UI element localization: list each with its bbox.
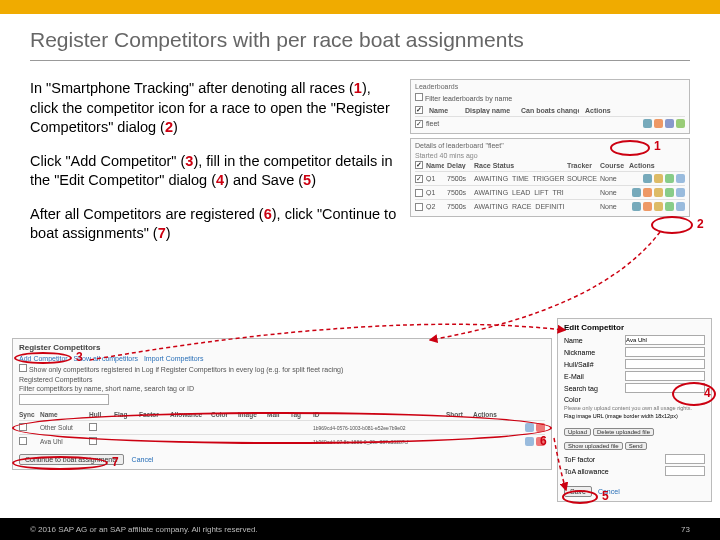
callout-circle-6 <box>12 412 552 444</box>
callout-circle-2 <box>651 216 693 234</box>
paragraph-3: After all Competitors are registered (6)… <box>30 205 400 244</box>
hull-input[interactable] <box>625 359 705 369</box>
copyright: © 2016 SAP AG or an SAP affiliate compan… <box>30 525 258 534</box>
name-input[interactable] <box>625 335 705 345</box>
import-link[interactable]: Import Competitors <box>144 355 204 362</box>
race-row: Q1 7500s AWAITING_TIME_TRIGGER SOURCE No… <box>415 171 685 185</box>
edit-competitor-dialog: Edit Competitor Name Nickname Hull/Sail#… <box>557 318 712 502</box>
paragraph-1: In "Smartphone Tracking" after denoting … <box>30 79 400 138</box>
callout-circle-3 <box>14 352 72 364</box>
callout-circle-7 <box>12 456 108 470</box>
footer: © 2016 SAP AG or an SAP affiliate compan… <box>0 518 720 540</box>
race-row: Q1 7500s AWAITING_LEAD_LIFT_TRIGGER None <box>415 185 685 199</box>
action-icon[interactable] <box>665 119 674 128</box>
cancel-link[interactable]: Cancel <box>132 456 154 463</box>
dialog-title: Register Competitors <box>19 343 545 352</box>
competitor-icon[interactable] <box>643 119 652 128</box>
page-title: Register Competitors with per race boat … <box>30 28 690 52</box>
select-all[interactable] <box>415 106 423 114</box>
tof-input[interactable] <box>665 454 705 464</box>
paragraph-2: Click "Add Competitor" (3), fill in the … <box>30 152 400 191</box>
divider <box>30 60 690 61</box>
email-input[interactable] <box>625 371 705 381</box>
action-icon[interactable] <box>676 119 685 128</box>
callout-circle-1 <box>610 140 650 156</box>
leaderboards-panel: Leaderboards Filter leaderboards by name… <box>410 79 690 134</box>
callout-3: 3 <box>76 350 83 364</box>
callout-6: 6 <box>540 434 547 448</box>
send-button[interactable]: Send <box>625 442 647 450</box>
filter-input[interactable] <box>19 394 109 405</box>
callout-5: 5 <box>602 489 609 503</box>
filter-races-checkbox[interactable] <box>19 364 27 372</box>
accent-bar <box>0 0 720 14</box>
nickname-input[interactable] <box>625 347 705 357</box>
callout-2: 2 <box>697 217 704 231</box>
show-all-link[interactable]: Show all competitors <box>73 355 138 362</box>
callout-7: 7 <box>112 455 119 469</box>
callout-1: 1 <box>654 139 661 153</box>
row-checkbox[interactable] <box>415 120 423 128</box>
callout-circle-5 <box>562 490 598 504</box>
toa-input[interactable] <box>665 466 705 476</box>
filter-checkbox[interactable] <box>415 93 423 101</box>
callout-4: 4 <box>704 386 711 400</box>
page-number: 73 <box>681 525 690 534</box>
show-button[interactable]: Show uploaded file <box>564 442 623 450</box>
body-text: In "Smartphone Tracking" after denoting … <box>30 79 400 258</box>
dialog-title: Edit Competitor <box>564 323 705 332</box>
race-row: Q2 7500s AWAITING_RACE_DEFINITION None <box>415 199 685 213</box>
panel-title: Leaderboards <box>415 83 685 90</box>
delete-button[interactable]: Delete uploaded file <box>593 428 654 436</box>
race-competitor-icon[interactable] <box>643 174 652 183</box>
register-competitors-dialog: Register Competitors Add Competitor Show… <box>12 338 552 470</box>
upload-button[interactable]: Upload <box>564 428 591 436</box>
action-icon[interactable] <box>654 119 663 128</box>
